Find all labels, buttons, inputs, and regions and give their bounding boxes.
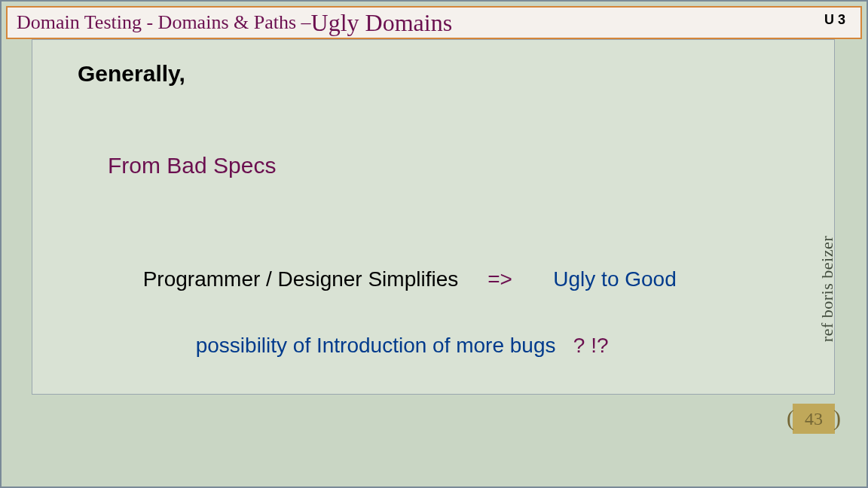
text-simplifies-line: Programmer / Designer Simplifies => Ugly… (108, 243, 677, 316)
text-possibility-line: possibility of Introduction of more bugs… (160, 310, 609, 382)
page-number-badge: 43 (793, 404, 835, 434)
arrow-icon: => (487, 267, 512, 291)
heading-generally: Generally, (78, 61, 185, 87)
text-possibility: possibility of Introduction of more bugs (196, 334, 573, 357)
text-ugly-to-good: Ugly to Good (512, 267, 677, 291)
text-prog-designer: Programmer / Designer Simplifies (143, 267, 487, 291)
title-prefix: Domain Testing - Domains & Paths – (17, 11, 311, 34)
text-from-bad: From Bad Specs (108, 153, 276, 178)
page-number: 43 (805, 409, 823, 429)
slide: Domain Testing - Domains & Paths – Ugly … (0, 0, 868, 488)
text-question: ? !? (573, 334, 609, 357)
title-bar: Domain Testing - Domains & Paths – Ugly … (6, 6, 862, 39)
side-reference: ref boris beizer (818, 236, 837, 342)
title-main: Ugly Domains (311, 9, 453, 37)
unit-label: U 3 (824, 12, 845, 28)
content-panel: Generally, From Bad Specs Programmer / D… (32, 39, 835, 395)
